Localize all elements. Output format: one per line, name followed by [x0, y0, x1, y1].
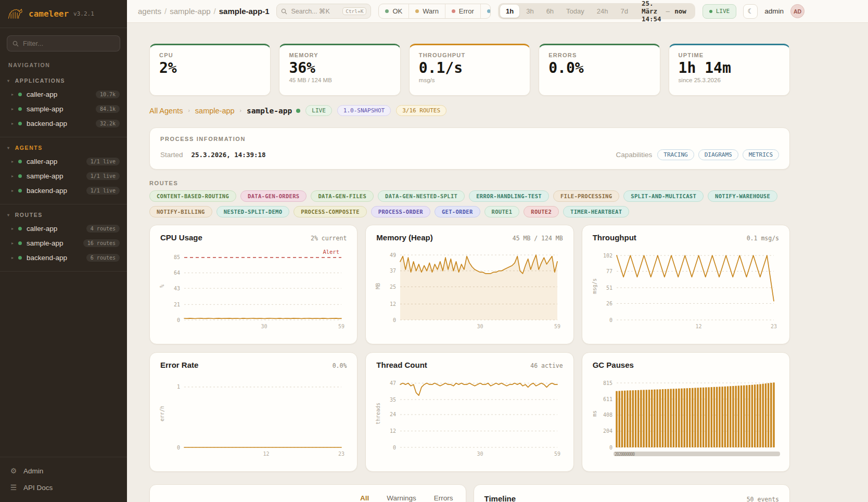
route-chip-get-order[interactable]: GET-ORDER: [435, 206, 480, 217]
sidebar-item-label: backend-app: [27, 120, 67, 127]
chart-title: Thread Count: [376, 361, 427, 369]
sidebar-item-sample-app[interactable]: ▸sample-app84.1k: [0, 101, 127, 116]
sidebar-item-backend-app[interactable]: ▸backend-app32.2k: [0, 116, 127, 131]
route-chip-notify-warehouse[interactable]: NOTIFY-WAREHOUSE: [708, 190, 777, 202]
time-range-3h[interactable]: 3h: [520, 5, 539, 18]
agent-breadcrumb-link[interactable]: sample-app: [195, 107, 235, 115]
route-chip-error-handling-test[interactable]: ERROR-HANDLING-TEST: [469, 190, 549, 202]
log-tab-all[interactable]: All: [359, 494, 370, 502]
time-range-7d[interactable]: 7d: [615, 5, 634, 18]
stat-card-errors: ERRORS0.0%: [539, 44, 660, 96]
status-filter-error[interactable]: Error: [445, 4, 480, 18]
chart-title: GC Pauses: [593, 361, 634, 369]
sidebar-section-header-agents[interactable]: ▾AGENTS: [0, 143, 127, 154]
status-dot-icon: [18, 227, 22, 230]
footer-item-admin[interactable]: ⚙Admin: [0, 462, 127, 479]
svg-text:204: 204: [603, 428, 612, 434]
svg-text:59: 59: [554, 451, 560, 457]
log-tab-errors[interactable]: Errors: [433, 494, 454, 502]
route-chip-notify-billing[interactable]: NOTIFY-BILLING: [149, 206, 212, 217]
status-filter-ok[interactable]: OK: [379, 4, 409, 18]
sidebar-item-label: backend-app: [27, 187, 67, 195]
route-chip-data-gen-files[interactable]: DATA-GEN-FILES: [311, 190, 374, 202]
breadcrumb-link[interactable]: sample-app: [170, 7, 210, 16]
footer-item-label: Admin: [23, 467, 43, 475]
status-filter-running[interactable]: Running: [480, 4, 491, 18]
capabilities: Capabilities TRACINGDIAGRAMSMETRICS: [616, 149, 780, 160]
section-label: ROUTES: [15, 212, 43, 218]
chart-value-label: 2% current: [311, 235, 347, 242]
sidebar-item-caller-app[interactable]: ▸caller-app10.7k: [0, 87, 127, 101]
sidebar-section-header-applications[interactable]: ▾APPLICATIONS: [0, 75, 127, 87]
chart-header: Error Rate0.0%: [157, 361, 349, 369]
chart-header: Thread Count46 active: [373, 361, 565, 369]
agent-bar: All Agents›sample-app›sample-appLIVE1.0-…: [149, 105, 790, 116]
agent-breadcrumb-link[interactable]: All Agents: [149, 107, 183, 115]
route-chip-split-and-multicast[interactable]: SPLIT-AND-MULTICAST: [623, 190, 704, 202]
svg-text:611: 611: [603, 396, 612, 402]
route-chip-file-processing[interactable]: FILE-PROCESSING: [553, 190, 619, 202]
status-dot-icon: [385, 9, 389, 13]
chart-card-error-rate: Error Rate0.0%01err/h1223: [149, 352, 358, 472]
chevron-down-icon: ▾: [7, 79, 10, 83]
svg-text:815: 815: [603, 380, 612, 386]
route-chip-process-composite[interactable]: PROCESS-COMPOSITE: [293, 206, 367, 217]
footer-item-api-docs[interactable]: ☰API Docs: [0, 479, 127, 496]
status-filter-warn[interactable]: Warn: [409, 4, 445, 18]
chart-value-label: 0.0%: [333, 362, 347, 369]
logo-row: cameleer v3.2.1: [0, 0, 127, 28]
log-tab-warnings[interactable]: Warnings: [386, 494, 417, 502]
nav-section-label: NAVIGATION: [0, 54, 127, 70]
process-info-row: Started 25.3.2026, 14:39:18 Capabilities…: [160, 149, 779, 160]
app-logo-text: cameleer: [29, 9, 69, 19]
theme-toggle-button[interactable]: ☾: [743, 4, 758, 19]
route-chip-content-based-routing[interactable]: CONTENT-BASED-ROUTING: [149, 190, 236, 202]
search-input[interactable]: [291, 8, 339, 15]
chevron-right-icon: ▸: [11, 188, 14, 193]
time-range-1h[interactable]: 1h: [500, 5, 519, 18]
chart-plot-memory-heap: 012253749MB3059: [373, 245, 565, 332]
chart-plot-cpu-usage: 021436485Alert%3059: [157, 245, 349, 332]
sidebar-section-header-routes[interactable]: ▾ROUTES: [0, 210, 127, 221]
svg-text:12: 12: [390, 301, 396, 307]
sidebar-item-label: sample-app: [27, 239, 63, 247]
route-chip-route2[interactable]: ROUTE2: [524, 206, 559, 217]
svg-text:12: 12: [263, 451, 270, 457]
sidebar-filter-input[interactable]: [23, 40, 114, 47]
sidebar-item-badge: 32.2k: [96, 120, 120, 127]
chart-svg-throughput: 0265177102msg/s1223: [590, 245, 781, 332]
stat-label: UPTIME: [679, 52, 780, 58]
route-chip-data-gen-nested-split[interactable]: DATA-GEN-NESTED-SPLIT: [378, 190, 465, 202]
chart-card-gc-pauses: GC Pauses0204408611815ms2020000000: [582, 352, 790, 472]
search-shortcut-kbd: Ctrl+K: [342, 7, 366, 15]
svg-text:64: 64: [174, 270, 180, 276]
sidebar-item-caller-app[interactable]: ▸caller-app4 routes: [0, 221, 127, 236]
sidebar-item-sample-app[interactable]: ▸sample-app1/1 live: [0, 169, 127, 183]
stat-card-uptime: UPTIME1h 14msince 25.3.2026: [669, 44, 790, 96]
stat-sub: 45 MB / 124 MB: [289, 77, 390, 83]
route-chip-nested-split-demo[interactable]: NESTED-SPLIT-DEMO: [216, 206, 290, 217]
time-range-24h[interactable]: 24h: [591, 5, 614, 18]
live-toggle[interactable]: LIVE: [703, 4, 737, 19]
route-chip-timer-heartbeat[interactable]: TIMER-HEARTBEAT: [563, 206, 629, 217]
sidebar-item-caller-app[interactable]: ▸caller-app1/1 live: [0, 154, 127, 169]
chart-value-label: 0.1 msg/s: [747, 235, 779, 242]
stat-label: CPU: [159, 52, 261, 58]
sidebar-item-backend-app[interactable]: ▸backend-app6 routes: [0, 250, 127, 265]
stat-value: 2%: [159, 60, 261, 75]
status-filter-label: OK: [392, 7, 402, 15]
avatar[interactable]: AD: [790, 4, 805, 18]
route-chip-process-order[interactable]: PROCESS-ORDER: [371, 206, 430, 217]
svg-text:30: 30: [477, 451, 483, 457]
sidebar-item-sample-app[interactable]: ▸sample-app16 routes: [0, 236, 127, 250]
date-range-control[interactable]: 25. März 14:54 — now: [634, 0, 693, 23]
svg-text:0: 0: [177, 317, 180, 323]
agent-current: sample-app: [247, 107, 300, 115]
sidebar-item-backend-app[interactable]: ▸backend-app1/1 live: [0, 183, 127, 198]
route-chip-route1[interactable]: ROUTE1: [484, 206, 520, 217]
route-chip-data-gen-orders[interactable]: DATA-GEN-ORDERS: [240, 190, 307, 202]
time-range-6h[interactable]: 6h: [541, 5, 559, 18]
sidebar-filter: [7, 35, 120, 52]
breadcrumb-link[interactable]: agents: [138, 7, 161, 16]
time-range-today[interactable]: Today: [560, 5, 590, 18]
